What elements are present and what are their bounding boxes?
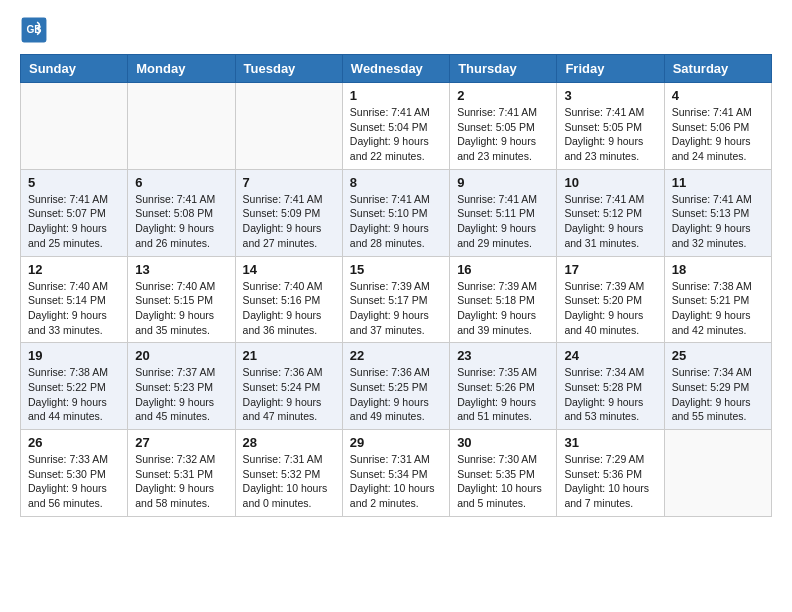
day-info: Sunrise: 7:31 AMSunset: 5:32 PMDaylight:… [243,452,335,511]
weekday-header-wednesday: Wednesday [342,55,449,83]
calendar-cell: 3Sunrise: 7:41 AMSunset: 5:05 PMDaylight… [557,83,664,170]
day-info: Sunrise: 7:33 AMSunset: 5:30 PMDaylight:… [28,452,120,511]
day-number: 1 [350,88,442,103]
day-info: Sunrise: 7:41 AMSunset: 5:08 PMDaylight:… [135,192,227,251]
day-info: Sunrise: 7:41 AMSunset: 5:10 PMDaylight:… [350,192,442,251]
calendar-cell: 16Sunrise: 7:39 AMSunset: 5:18 PMDayligh… [450,256,557,343]
day-number: 18 [672,262,764,277]
calendar-cell: 24Sunrise: 7:34 AMSunset: 5:28 PMDayligh… [557,343,664,430]
day-number: 28 [243,435,335,450]
day-number: 4 [672,88,764,103]
week-row-3: 12Sunrise: 7:40 AMSunset: 5:14 PMDayligh… [21,256,772,343]
calendar-cell: 20Sunrise: 7:37 AMSunset: 5:23 PMDayligh… [128,343,235,430]
calendar-cell: 31Sunrise: 7:29 AMSunset: 5:36 PMDayligh… [557,430,664,517]
calendar-cell: 26Sunrise: 7:33 AMSunset: 5:30 PMDayligh… [21,430,128,517]
header: GB [20,16,772,44]
week-row-2: 5Sunrise: 7:41 AMSunset: 5:07 PMDaylight… [21,169,772,256]
logo-icon: GB [20,16,48,44]
calendar-cell: 5Sunrise: 7:41 AMSunset: 5:07 PMDaylight… [21,169,128,256]
day-info: Sunrise: 7:37 AMSunset: 5:23 PMDaylight:… [135,365,227,424]
day-number: 25 [672,348,764,363]
day-info: Sunrise: 7:38 AMSunset: 5:21 PMDaylight:… [672,279,764,338]
weekday-header-monday: Monday [128,55,235,83]
calendar-cell: 17Sunrise: 7:39 AMSunset: 5:20 PMDayligh… [557,256,664,343]
day-number: 20 [135,348,227,363]
calendar-cell: 10Sunrise: 7:41 AMSunset: 5:12 PMDayligh… [557,169,664,256]
calendar-cell: 30Sunrise: 7:30 AMSunset: 5:35 PMDayligh… [450,430,557,517]
day-info: Sunrise: 7:39 AMSunset: 5:20 PMDaylight:… [564,279,656,338]
calendar-cell [664,430,771,517]
day-info: Sunrise: 7:41 AMSunset: 5:11 PMDaylight:… [457,192,549,251]
calendar-cell: 28Sunrise: 7:31 AMSunset: 5:32 PMDayligh… [235,430,342,517]
day-number: 7 [243,175,335,190]
day-info: Sunrise: 7:40 AMSunset: 5:16 PMDaylight:… [243,279,335,338]
day-number: 3 [564,88,656,103]
day-info: Sunrise: 7:39 AMSunset: 5:17 PMDaylight:… [350,279,442,338]
calendar-cell: 7Sunrise: 7:41 AMSunset: 5:09 PMDaylight… [235,169,342,256]
week-row-1: 1Sunrise: 7:41 AMSunset: 5:04 PMDaylight… [21,83,772,170]
calendar-cell: 25Sunrise: 7:34 AMSunset: 5:29 PMDayligh… [664,343,771,430]
day-info: Sunrise: 7:30 AMSunset: 5:35 PMDaylight:… [457,452,549,511]
calendar-cell: 6Sunrise: 7:41 AMSunset: 5:08 PMDaylight… [128,169,235,256]
day-number: 31 [564,435,656,450]
day-number: 8 [350,175,442,190]
day-info: Sunrise: 7:40 AMSunset: 5:14 PMDaylight:… [28,279,120,338]
day-number: 14 [243,262,335,277]
calendar-cell: 8Sunrise: 7:41 AMSunset: 5:10 PMDaylight… [342,169,449,256]
day-info: Sunrise: 7:34 AMSunset: 5:28 PMDaylight:… [564,365,656,424]
weekday-header-sunday: Sunday [21,55,128,83]
day-info: Sunrise: 7:39 AMSunset: 5:18 PMDaylight:… [457,279,549,338]
calendar-cell: 9Sunrise: 7:41 AMSunset: 5:11 PMDaylight… [450,169,557,256]
day-info: Sunrise: 7:41 AMSunset: 5:07 PMDaylight:… [28,192,120,251]
calendar-cell: 19Sunrise: 7:38 AMSunset: 5:22 PMDayligh… [21,343,128,430]
weekday-header-saturday: Saturday [664,55,771,83]
day-number: 22 [350,348,442,363]
day-number: 6 [135,175,227,190]
day-number: 19 [28,348,120,363]
day-number: 30 [457,435,549,450]
calendar-cell: 4Sunrise: 7:41 AMSunset: 5:06 PMDaylight… [664,83,771,170]
calendar-cell [128,83,235,170]
day-number: 5 [28,175,120,190]
calendar-cell: 13Sunrise: 7:40 AMSunset: 5:15 PMDayligh… [128,256,235,343]
weekday-header-friday: Friday [557,55,664,83]
calendar-cell: 15Sunrise: 7:39 AMSunset: 5:17 PMDayligh… [342,256,449,343]
day-info: Sunrise: 7:35 AMSunset: 5:26 PMDaylight:… [457,365,549,424]
calendar-cell: 21Sunrise: 7:36 AMSunset: 5:24 PMDayligh… [235,343,342,430]
calendar-cell: 29Sunrise: 7:31 AMSunset: 5:34 PMDayligh… [342,430,449,517]
day-number: 11 [672,175,764,190]
day-info: Sunrise: 7:41 AMSunset: 5:05 PMDaylight:… [564,105,656,164]
day-info: Sunrise: 7:36 AMSunset: 5:24 PMDaylight:… [243,365,335,424]
calendar-cell: 12Sunrise: 7:40 AMSunset: 5:14 PMDayligh… [21,256,128,343]
day-info: Sunrise: 7:41 AMSunset: 5:12 PMDaylight:… [564,192,656,251]
day-number: 2 [457,88,549,103]
day-number: 16 [457,262,549,277]
day-number: 23 [457,348,549,363]
day-number: 21 [243,348,335,363]
day-number: 10 [564,175,656,190]
day-info: Sunrise: 7:41 AMSunset: 5:04 PMDaylight:… [350,105,442,164]
calendar-cell: 1Sunrise: 7:41 AMSunset: 5:04 PMDaylight… [342,83,449,170]
weekday-header-thursday: Thursday [450,55,557,83]
week-row-5: 26Sunrise: 7:33 AMSunset: 5:30 PMDayligh… [21,430,772,517]
calendar-cell: 22Sunrise: 7:36 AMSunset: 5:25 PMDayligh… [342,343,449,430]
day-number: 24 [564,348,656,363]
calendar-cell: 2Sunrise: 7:41 AMSunset: 5:05 PMDaylight… [450,83,557,170]
weekday-header-row: SundayMondayTuesdayWednesdayThursdayFrid… [21,55,772,83]
day-info: Sunrise: 7:41 AMSunset: 5:06 PMDaylight:… [672,105,764,164]
day-info: Sunrise: 7:41 AMSunset: 5:13 PMDaylight:… [672,192,764,251]
calendar-cell: 27Sunrise: 7:32 AMSunset: 5:31 PMDayligh… [128,430,235,517]
day-info: Sunrise: 7:41 AMSunset: 5:09 PMDaylight:… [243,192,335,251]
day-number: 15 [350,262,442,277]
day-number: 27 [135,435,227,450]
calendar-cell: 23Sunrise: 7:35 AMSunset: 5:26 PMDayligh… [450,343,557,430]
day-number: 17 [564,262,656,277]
day-number: 13 [135,262,227,277]
day-info: Sunrise: 7:32 AMSunset: 5:31 PMDaylight:… [135,452,227,511]
calendar-cell: 11Sunrise: 7:41 AMSunset: 5:13 PMDayligh… [664,169,771,256]
day-number: 26 [28,435,120,450]
day-info: Sunrise: 7:40 AMSunset: 5:15 PMDaylight:… [135,279,227,338]
weekday-header-tuesday: Tuesday [235,55,342,83]
logo: GB [20,16,52,44]
day-info: Sunrise: 7:36 AMSunset: 5:25 PMDaylight:… [350,365,442,424]
